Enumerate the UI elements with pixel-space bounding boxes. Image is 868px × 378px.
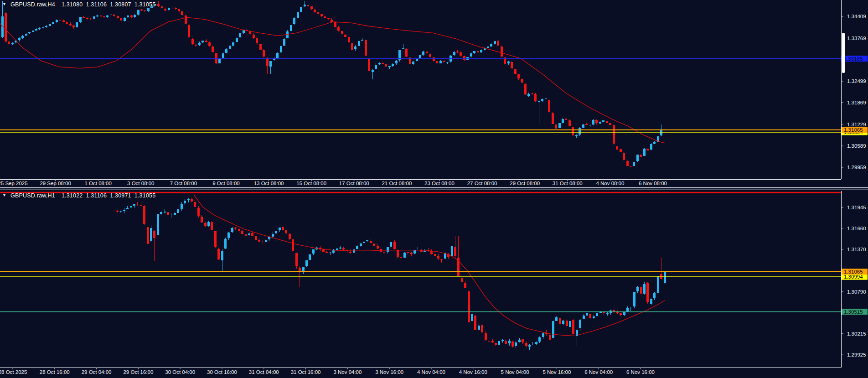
plot-area-h1	[0, 192, 841, 350]
svg-text:1.30515: 1.30515	[844, 309, 863, 315]
time-tick-label: 13 Oct 08:00	[254, 181, 284, 186]
time-tick-label: 31 Oct 16:00	[291, 369, 321, 375]
time-tick-label: 29 Oct 04:00	[82, 369, 112, 375]
price-tag-1.31065: 1.31065	[842, 269, 868, 274]
chart-title-h1: ▼ GBPUSD.raw,H1 1.31022 1.31106 1.30971 …	[2, 192, 159, 199]
time-tick-label: 7 Oct 08:00	[170, 181, 197, 186]
time-tick-label: 3 Oct 08:00	[127, 181, 154, 186]
price-tag-1.30515: 1.30515	[842, 309, 868, 315]
open-value: 1.31022	[62, 192, 83, 199]
svg-text:1.33165: 1.33165	[844, 56, 863, 62]
time-tick-label: 28 Oct 2025	[0, 369, 27, 375]
moving-average-line-h4	[0, 17, 665, 143]
time-tick-label: 5 Nov 16:00	[542, 369, 571, 375]
price-tick-label: 1.30589	[847, 143, 866, 149]
price-tag-1.31065: 1.31065	[842, 127, 868, 133]
plot-area-h4	[0, 1, 841, 167]
price-tick-label: 1.31229	[847, 122, 866, 127]
time-tick-label: 1 Oct 08:00	[84, 181, 111, 186]
time-tick-label: 6 Nov 04:00	[584, 369, 613, 375]
symbol-period-label: GBPUSD.raw,H4	[10, 1, 55, 8]
panel-splitter	[0, 189, 868, 190]
price-tick-label: 1.30790	[847, 289, 866, 295]
candles-series-h4	[1, 1, 666, 167]
svg-text:1.30994: 1.30994	[844, 274, 863, 280]
time-tick-label: 25 Sep 2025	[0, 181, 28, 186]
symbol-period-label: GBPUSD.raw,H1	[10, 192, 55, 199]
time-tick-label: 23 Oct 08:00	[424, 181, 455, 186]
price-axis-labels: 1.319451.316601.313701.307901.302151.299…	[841, 205, 866, 357]
panel-splitter-highlight	[0, 187, 868, 188]
collapse-triangle-icon[interactable]: ▼	[2, 2, 6, 6]
time-axis-labels: 28 Oct 202528 Oct 16:0029 Oct 04:0029 Oc…	[0, 368, 655, 375]
price-tag-1.33165: 1.33165	[842, 56, 868, 62]
price-tag-1.30994: 1.30994	[842, 274, 868, 280]
time-tick-label: 4 Nov 16:00	[459, 369, 487, 375]
svg-text:1.31065: 1.31065	[844, 127, 863, 133]
time-tick-label: 15 Oct 08:00	[296, 181, 326, 186]
time-tick-label: 3 Nov 04:00	[333, 369, 362, 375]
price-tick-label: 1.32499	[847, 78, 866, 84]
svg-text:1.31065: 1.31065	[844, 269, 863, 274]
chart-title-h4: ▼ GBPUSD.raw,H4 1.31080 1.31106 1.30807 …	[2, 1, 159, 8]
price-tick-label: 1.31660	[847, 226, 866, 231]
time-tick-label: 31 Oct 08:00	[553, 181, 583, 186]
price-axis-labels: 1.344091.337691.324991.318691.312291.305…	[841, 14, 866, 170]
collapse-triangle-icon[interactable]: ▼	[2, 193, 6, 197]
price-tick-label: 1.30215	[847, 331, 866, 337]
low-value: 1.30807	[110, 1, 131, 8]
low-value: 1.30971	[110, 192, 131, 199]
time-tick-label: 21 Oct 08:00	[382, 181, 412, 186]
chart-panel-h1: 1.319451.316601.313701.307901.302151.299…	[0, 191, 868, 378]
price-scale-scrollbar-h4[interactable]	[842, 33, 845, 73]
price-tick-label: 1.29959	[847, 165, 866, 170]
h1-chart-canvas[interactable]: 1.319451.316601.313701.307901.302151.299…	[0, 191, 868, 378]
high-value: 1.31106	[86, 192, 107, 199]
time-tick-label: 29 Oct 08:00	[510, 181, 540, 186]
h4-chart-canvas[interactable]: 1.344091.337691.324991.318691.312291.305…	[0, 0, 868, 191]
chart-panel-h4: 1.344091.337691.324991.318691.312291.305…	[0, 0, 868, 191]
time-tick-label: 17 Oct 08:00	[339, 181, 369, 186]
moving-average-line-h1	[194, 195, 665, 336]
terminal-window: 1.344091.337691.324991.318691.312291.305…	[0, 0, 868, 378]
open-value: 1.31080	[62, 1, 83, 8]
time-tick-label: 29 Sep 08:00	[40, 181, 71, 186]
time-tick-label: 30 Oct 04:00	[165, 369, 195, 375]
close-value: 1.31055	[134, 192, 156, 199]
time-tick-label: 4 Nov 08:00	[596, 181, 624, 186]
price-tick-label: 1.31945	[847, 205, 866, 210]
time-axis-labels: 25 Sep 202529 Sep 08:001 Oct 08:003 Oct …	[0, 179, 667, 186]
price-tick-label: 1.33769	[847, 36, 866, 41]
price-tick-label: 1.29925	[847, 352, 866, 357]
time-tick-label: 29 Oct 16:00	[123, 369, 153, 375]
price-tick-label: 1.34409	[847, 14, 866, 19]
close-value: 1.31055	[134, 1, 156, 8]
price-tick-label: 1.31869	[847, 100, 866, 105]
time-tick-label: 31 Oct 04:00	[249, 369, 279, 375]
candles-series-h1	[113, 198, 666, 350]
time-tick-label: 27 Oct 08:00	[467, 181, 497, 186]
time-tick-label: 6 Nov 08:00	[639, 181, 667, 186]
price-tick-label: 1.31370	[847, 247, 866, 252]
time-tick-label: 3 Nov 16:00	[375, 369, 403, 375]
time-tick-label: 6 Nov 16:00	[626, 369, 655, 375]
high-value: 1.31106	[86, 1, 107, 8]
time-tick-label: 5 Nov 04:00	[501, 369, 529, 375]
time-tick-label: 4 Nov 04:00	[417, 369, 445, 375]
time-tick-label: 30 Oct 16:00	[207, 369, 237, 375]
time-tick-label: 9 Oct 08:00	[212, 181, 239, 186]
time-tick-label: 28 Oct 16:00	[40, 369, 70, 375]
